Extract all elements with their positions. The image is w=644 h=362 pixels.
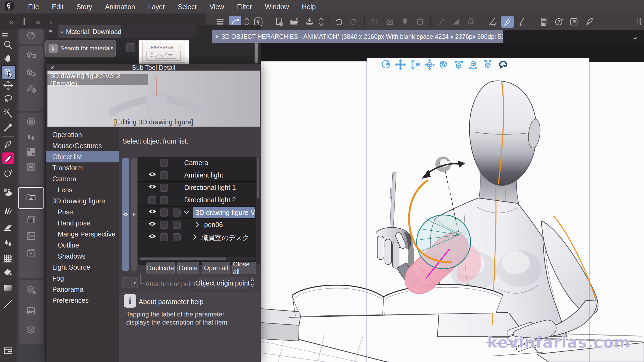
- transform-frame-icon[interactable]: [414, 16, 426, 28]
- object-snap-ground-icon[interactable]: [481, 58, 494, 71]
- save-file-icon[interactable]: [303, 16, 316, 28]
- open-all-button[interactable]: Open all: [202, 262, 230, 274]
- material-item-checkbox[interactable]: [126, 43, 135, 52]
- layer-copy-subtool-icon[interactable]: [26, 214, 36, 225]
- layer-convert-subtool-icon[interactable]: [26, 284, 36, 295]
- new-canvas-icon[interactable]: [273, 16, 286, 28]
- category-camera[interactable]: Camera: [46, 173, 119, 185]
- attachment-point-label[interactable]: Attachment point: [145, 280, 196, 288]
- clear-icon[interactable]: [369, 16, 381, 28]
- category-lens[interactable]: Lens: [46, 185, 119, 196]
- canvas-viewport[interactable]: kevinfarias.com: [261, 43, 644, 362]
- object-row-directional-light-1[interactable]: Directional light 1: [138, 181, 256, 194]
- gradient-tool-icon[interactable]: [2, 282, 14, 294]
- snap-ruler-icon[interactable]: [486, 16, 499, 28]
- delete-button[interactable]: Delete: [177, 262, 199, 274]
- object-list-horizontal-scrollbar[interactable]: [139, 257, 255, 260]
- category-panorama[interactable]: Panorama: [46, 284, 119, 295]
- menu-edit[interactable]: Edit: [45, 3, 70, 11]
- camera-pan-icon[interactable]: [394, 58, 407, 71]
- chevron-down-icon[interactable]: [183, 209, 190, 216]
- film-strip-subtool-icon[interactable]: [26, 162, 36, 172]
- stepper-updown-icon[interactable]: [318, 16, 325, 28]
- expand-column-bar[interactable]: [131, 158, 137, 271]
- camera-checkbox[interactable]: [160, 159, 168, 167]
- visibility-eye-icon[interactable]: [148, 208, 157, 215]
- object-rotate-x-icon[interactable]: [467, 58, 480, 71]
- download-material-subtool-icon[interactable]: [26, 192, 36, 203]
- category-operation[interactable]: Operation: [46, 129, 119, 140]
- object-select-tool-icon[interactable]: [1, 65, 16, 80]
- menu-window[interactable]: Window: [258, 3, 295, 11]
- chevron-right-icon[interactable]: [191, 234, 198, 241]
- select-area-icon[interactable]: [450, 16, 463, 28]
- object-checkbox[interactable]: [160, 184, 168, 192]
- object-checkbox[interactable]: [160, 221, 168, 229]
- companion-device-icon[interactable]: [537, 16, 550, 28]
- brush-tool-icon-active[interactable]: [2, 152, 14, 164]
- magnet-snap-icon[interactable]: [496, 58, 509, 71]
- category-pose[interactable]: Pose: [46, 207, 119, 218]
- object-checkbox[interactable]: [160, 208, 168, 217]
- collapse-left-icon[interactable]: «: [9, 17, 14, 26]
- material-thumbnail[interactable]: Hello! weekend ♡: [139, 40, 189, 64]
- category-preferences[interactable]: Preferences: [46, 295, 119, 306]
- category-shadows[interactable]: Shadows: [46, 251, 119, 262]
- eyedropper-tool-icon[interactable]: [2, 122, 14, 133]
- column-play-button[interactable]: [131, 277, 138, 288]
- category-transform[interactable]: Transform: [46, 162, 119, 173]
- object-checkbox[interactable]: [160, 171, 168, 179]
- stepper-up-icon[interactable]: ∧: [250, 276, 255, 282]
- stepper-down-icon[interactable]: ∨: [250, 282, 255, 288]
- object-checkbox[interactable]: [173, 208, 181, 217]
- image-material-subtool-icon[interactable]: [26, 231, 36, 241]
- origin-stepper[interactable]: ∧ ∨: [250, 276, 255, 288]
- deselect-icon[interactable]: [384, 16, 396, 28]
- object-checkbox[interactable]: [160, 196, 168, 204]
- layer-rounded-subtool-icon[interactable]: [26, 116, 36, 127]
- search-materials-button[interactable]: Search for materials on AS: [45, 40, 116, 57]
- object-list-vertical-scrollbar[interactable]: [256, 157, 260, 265]
- app-logo-icon[interactable]: [4, 1, 14, 12]
- frame-border-tool-icon[interactable]: [2, 345, 14, 356]
- object-list-subtool-icon[interactable]: [26, 50, 36, 60]
- lasso-tool-icon[interactable]: [2, 94, 14, 105]
- zoom-tool-icon[interactable]: [2, 39, 14, 51]
- object-rotate-y-icon[interactable]: [452, 58, 465, 71]
- object-checkbox[interactable]: [160, 233, 168, 241]
- move-layer-tool-icon[interactable]: [2, 80, 14, 91]
- pen-tool-icon[interactable]: [2, 140, 14, 151]
- visibility-eye-icon[interactable]: [148, 171, 157, 178]
- menu-help[interactable]: Help: [295, 3, 322, 11]
- object-move-icon[interactable]: [423, 58, 436, 71]
- object-checkbox[interactable]: [173, 233, 181, 241]
- collapse-left2-icon[interactable]: «: [36, 17, 40, 26]
- category-mouse-gestures[interactable]: Mouse/Gestures: [46, 140, 119, 151]
- category-light-source[interactable]: Light Source: [46, 262, 119, 273]
- layer-stack-subtool-icon[interactable]: [26, 324, 36, 335]
- movie-clip-subtool-icon[interactable]: [26, 247, 36, 258]
- menu-select[interactable]: Select: [171, 3, 203, 11]
- visibility-column-bar[interactable]: [122, 158, 129, 271]
- tool-palette-menu-icon[interactable]: [1, 32, 9, 38]
- menu-animation[interactable]: Animation: [99, 3, 142, 11]
- category-fog[interactable]: Fog: [46, 273, 119, 284]
- menu-filter[interactable]: Filter: [231, 3, 259, 11]
- document-tab[interactable]: 3D OBJECT HERARCHIES - ANIMATION* (3840 …: [212, 30, 503, 43]
- object-row-3d-drawing-figure[interactable]: 3D drawing figure-Ver.2: [138, 206, 256, 218]
- category-object-list[interactable]: Object list: [46, 151, 119, 162]
- chevron-right-icon[interactable]: [194, 221, 201, 228]
- airbrush-tool-icon[interactable]: [2, 187, 14, 199]
- material-tab[interactable]: Material: Download: [58, 25, 121, 38]
- select-pen-icon[interactable]: [435, 16, 447, 28]
- camera-rotate-icon[interactable]: [379, 58, 392, 71]
- material-grid-subtool-icon[interactable]: [26, 147, 36, 157]
- help-ring-icon[interactable]: ?: [553, 16, 565, 28]
- pen-settings-icon[interactable]: [583, 16, 595, 28]
- object-checkbox[interactable]: [173, 221, 181, 229]
- balloon-icon[interactable]: [399, 16, 411, 28]
- open-file-icon[interactable]: [288, 16, 301, 28]
- blend-drops-subtool-icon[interactable]: [26, 132, 36, 143]
- material-scrollbar[interactable]: [255, 40, 258, 63]
- snap-special-ruler-icon[interactable]: [501, 16, 514, 28]
